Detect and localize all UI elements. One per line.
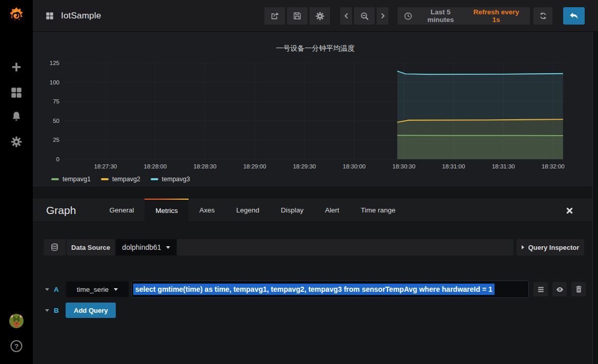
gear-icon	[315, 11, 325, 21]
query-inspector-label: Query Inspector	[528, 244, 580, 251]
sidebar-item-dashboards[interactable]	[0, 85, 33, 100]
y-tick-label: 100	[50, 79, 59, 85]
chevron-down-icon	[166, 246, 170, 249]
trash-icon	[575, 285, 583, 293]
close-icon	[566, 207, 573, 215]
query-row-b: B Add Query	[44, 303, 116, 318]
metrics-tab-content: Data Source dolphindb61 Query Inspector …	[33, 222, 598, 364]
time-shift-back-button[interactable]	[340, 7, 352, 25]
editor-tabs: GeneralMetricsAxesLegendDisplayAlertTime…	[98, 199, 406, 222]
sidebar-item-alerting[interactable]	[0, 110, 33, 124]
refresh-button[interactable]	[533, 7, 552, 25]
query-a-collapse-toggle[interactable]: A	[44, 286, 64, 293]
query-a-type-select[interactable]: time_serie	[66, 281, 129, 297]
tab-axes[interactable]: Axes	[189, 199, 225, 222]
datasource-icon-cell	[44, 239, 66, 255]
dashboards-grid-icon	[10, 86, 23, 99]
query-a-toggle-visibility-button[interactable]	[552, 282, 567, 296]
grafana-flame-icon	[7, 6, 26, 26]
time-shift-forward-button[interactable]	[377, 7, 388, 25]
datasource-row-filler	[177, 239, 513, 255]
x-tick-label: 18:29:00	[243, 163, 266, 169]
y-tick-label: 50	[53, 118, 59, 124]
series-line-tempavg3	[397, 71, 563, 74]
legend-swatch	[101, 178, 109, 180]
chart-plot-area[interactable]: 025507510012518:27:3018:28:0018:28:3018:…	[33, 56, 598, 177]
y-tick-label: 125	[50, 60, 59, 66]
gear-icon	[10, 136, 23, 148]
tab-time-range[interactable]: Time range	[350, 199, 406, 222]
query-a-sql-input[interactable]: select gmtime(time) as time, tempavg1, t…	[131, 281, 529, 298]
plus-icon	[11, 61, 22, 73]
eye-icon	[555, 285, 564, 294]
chevron-down-icon	[45, 288, 49, 291]
dashboard-title[interactable]: IotSample	[45, 0, 101, 32]
datasource-value: dolphindb61	[122, 243, 161, 251]
triangle-right-icon	[522, 245, 524, 249]
x-tick-label: 18:32:00	[542, 163, 565, 169]
back-arrow-icon	[568, 10, 580, 22]
legend-item-tempavg3[interactable]: tempavg3	[151, 176, 190, 183]
chart-legend: tempavg1tempavg2tempavg3	[51, 176, 190, 183]
sidebar-item-create[interactable]	[0, 60, 33, 74]
zoom-out-icon	[360, 11, 369, 21]
back-to-dashboard-button[interactable]	[563, 7, 585, 25]
query-inspector-button[interactable]: Query Inspector	[517, 239, 584, 255]
close-editor-button[interactable]	[564, 205, 574, 216]
dashboard-title-label: IotSample	[61, 11, 101, 21]
zoom-out-button[interactable]	[354, 7, 375, 25]
refresh-icon	[539, 11, 548, 20]
legend-label: tempavg3	[162, 176, 190, 183]
legend-swatch	[51, 178, 59, 180]
tab-general[interactable]: General	[98, 199, 145, 222]
share-icon	[270, 11, 280, 21]
database-icon	[50, 243, 59, 252]
avatar	[9, 313, 24, 329]
datasource-row: Data Source dolphindb61 Query Inspector	[44, 239, 584, 255]
sidebar-item-profile[interactable]	[0, 313, 33, 329]
time-picker-button[interactable]: Last 5 minutes Refresh every 1s	[398, 7, 530, 25]
tab-metrics[interactable]: Metrics	[145, 199, 189, 222]
legend-label: tempavg1	[63, 176, 91, 183]
series-area-tempavg3	[397, 71, 563, 159]
query-b-collapse-toggle[interactable]: B	[44, 307, 64, 314]
sidebar-item-help[interactable]: ?	[0, 339, 33, 353]
legend-item-tempavg1[interactable]: tempavg1	[51, 176, 91, 183]
dashboards-grid-icon	[45, 11, 54, 20]
legend-item-tempavg2[interactable]: tempavg2	[101, 176, 140, 183]
x-tick-label: 18:29:30	[293, 163, 316, 169]
svg-text:?: ?	[14, 342, 18, 350]
save-icon	[293, 11, 302, 20]
x-tick-label: 18:28:00	[144, 163, 167, 169]
x-tick-label: 18:30:30	[393, 163, 416, 169]
time-range-label: Last 5 minutes	[417, 8, 465, 24]
save-button[interactable]	[287, 7, 307, 25]
grafana-logo[interactable]	[0, 4, 33, 28]
x-tick-label: 18:30:00	[343, 163, 366, 169]
scrollbar[interactable]	[592, 32, 598, 364]
add-query-button[interactable]: Add Query	[66, 303, 116, 318]
refresh-interval-label: Refresh every 1s	[469, 8, 524, 24]
query-a-delete-button[interactable]	[571, 282, 586, 296]
clock-icon	[404, 12, 413, 20]
query-a-type-value: time_serie	[77, 286, 109, 293]
share-button[interactable]	[264, 7, 285, 25]
x-tick-label: 18:31:00	[442, 163, 465, 169]
chevron-left-icon	[343, 12, 350, 19]
tab-alert[interactable]: Alert	[314, 199, 350, 222]
x-tick-label: 18:27:30	[94, 163, 117, 169]
tab-display[interactable]: Display	[270, 199, 314, 222]
dashboard-settings-button[interactable]	[310, 7, 330, 25]
panel-editor-tabbar: Graph GeneralMetricsAxesLegendDisplayAle…	[33, 199, 598, 222]
chevron-down-icon	[45, 309, 49, 312]
query-a-menu-button[interactable]	[533, 282, 548, 296]
query-row-a: A time_serie select gmtime(time) as time…	[44, 281, 586, 298]
y-tick-label: 0	[56, 156, 59, 162]
help-icon: ?	[10, 339, 23, 353]
datasource-select[interactable]: dolphindb61	[116, 239, 176, 255]
y-tick-label: 25	[53, 137, 59, 143]
sidebar-item-configuration[interactable]	[0, 135, 33, 149]
tab-legend[interactable]: Legend	[225, 199, 270, 222]
legend-label: tempavg2	[112, 176, 140, 183]
panel-title: 一号设备一分钟平均温度	[33, 44, 598, 53]
